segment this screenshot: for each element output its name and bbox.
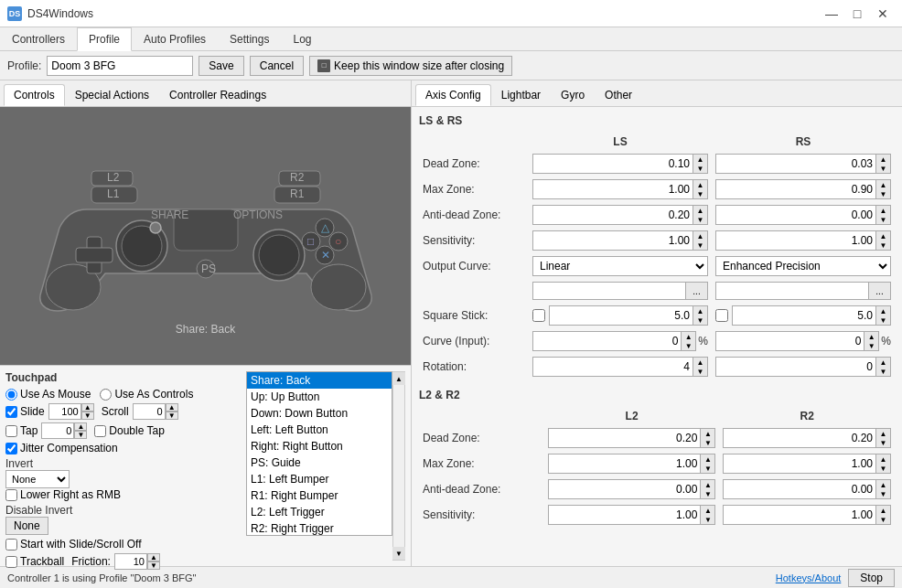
list-item[interactable]: Left: Left Button: [247, 422, 392, 438]
rs-dead-zone-up[interactable]: ▲: [875, 155, 890, 164]
tab-auto-profiles[interactable]: Auto Profiles: [132, 27, 218, 50]
rs-dead-zone-input[interactable]: [716, 155, 875, 173]
tap-up-btn[interactable]: ▲: [74, 422, 87, 431]
l2-anti-dead-up[interactable]: ▲: [700, 480, 714, 489]
l2-sensitivity-down[interactable]: ▼: [700, 515, 714, 524]
ls-square-input[interactable]: [550, 306, 693, 325]
l2-anti-dead-input[interactable]: [549, 480, 701, 498]
use-as-mouse-label[interactable]: Use As Mouse: [5, 388, 91, 401]
slide-up-btn[interactable]: ▲: [81, 403, 94, 412]
tap-input[interactable]: [41, 422, 74, 439]
scroll-down-btn[interactable]: ▼: [166, 412, 178, 420]
jitter-checkbox[interactable]: [5, 443, 17, 454]
l2-dead-zone-down[interactable]: ▼: [700, 438, 714, 447]
rs-curve-up[interactable]: ▲: [864, 332, 878, 341]
ls-sensitivity-down[interactable]: ▼: [693, 241, 707, 250]
list-item[interactable]: Up: Up Button: [247, 389, 392, 405]
ls-sensitivity-input[interactable]: [533, 231, 693, 250]
minimize-button[interactable]: —: [820, 4, 843, 24]
tab-lightbar[interactable]: Lightbar: [491, 84, 551, 106]
rs-extra-input[interactable]: [716, 283, 868, 298]
ls-curve-select[interactable]: Linear Enhanced Precision Quadratic Cubi…: [533, 257, 707, 275]
r2-anti-dead-down[interactable]: ▼: [875, 489, 890, 498]
l2-anti-dead-down[interactable]: ▼: [700, 489, 714, 498]
tab-controller-readings[interactable]: Controller Readings: [159, 84, 276, 106]
save-button[interactable]: Save: [199, 56, 243, 76]
scroll-down-arrow[interactable]: ▼: [392, 547, 405, 560]
rs-square-down[interactable]: ▼: [875, 315, 890, 325]
ls-curve-input-field[interactable]: [533, 332, 681, 350]
list-item[interactable]: L1: Left Bumper: [247, 471, 392, 487]
double-tap-label[interactable]: Double Tap: [94, 424, 165, 437]
r2-dead-zone-input[interactable]: [724, 429, 875, 447]
scroll-up-arrow[interactable]: ▲: [392, 372, 405, 385]
rs-rotation-down[interactable]: ▼: [875, 367, 890, 376]
slide-down-btn[interactable]: ▼: [81, 412, 94, 420]
jitter-label[interactable]: Jitter Compensation: [5, 442, 118, 454]
rs-sensitivity-up[interactable]: ▲: [875, 231, 890, 241]
tab-axis-config[interactable]: Axis Config: [415, 84, 491, 106]
slide-label[interactable]: Slide: [5, 405, 45, 418]
rs-anti-dead-zone-down[interactable]: ▼: [875, 215, 890, 224]
ls-max-zone-down[interactable]: ▼: [693, 189, 707, 198]
tab-controls[interactable]: Controls: [4, 84, 65, 106]
list-item[interactable]: PS: Guide: [247, 454, 392, 471]
stop-button[interactable]: Stop: [848, 569, 895, 587]
lower-right-checkbox[interactable]: [5, 489, 17, 501]
r2-dead-zone-up[interactable]: ▲: [875, 429, 890, 438]
friction-input[interactable]: [114, 553, 147, 570]
ls-dead-zone-input[interactable]: [533, 155, 693, 173]
scroll-up-btn[interactable]: ▲: [166, 403, 178, 412]
scroll-input[interactable]: [133, 403, 166, 420]
r2-anti-dead-up[interactable]: ▲: [875, 480, 890, 489]
list-item[interactable]: L2: Left Trigger: [247, 504, 392, 520]
ls-rotation-up[interactable]: ▲: [693, 358, 707, 367]
l2-sensitivity-up[interactable]: ▲: [700, 506, 714, 515]
rs-square-up[interactable]: ▲: [875, 306, 890, 315]
keep-window-button[interactable]: □ Keep this window size after closing: [309, 56, 512, 76]
rs-anti-dead-zone-input[interactable]: [716, 206, 875, 224]
use-as-mouse-radio[interactable]: [5, 389, 17, 401]
r2-max-zone-input[interactable]: [724, 454, 875, 473]
ls-max-zone-up[interactable]: ▲: [693, 180, 707, 189]
ls-square-down[interactable]: ▼: [693, 315, 707, 325]
start-with-label[interactable]: Start with Slide/Scroll Off: [5, 538, 142, 551]
list-item[interactable]: R1: Right Bumper: [247, 487, 392, 504]
tab-special-actions[interactable]: Special Actions: [65, 84, 159, 106]
invert-select[interactable]: None X Y XY: [5, 470, 70, 488]
l2-dead-zone-up[interactable]: ▲: [700, 429, 714, 438]
ls-dead-zone-up[interactable]: ▲: [693, 155, 707, 164]
rs-square-input[interactable]: [733, 306, 875, 325]
double-tap-checkbox[interactable]: [94, 425, 106, 437]
ls-max-zone-input[interactable]: [533, 180, 693, 198]
rs-max-zone-up[interactable]: ▲: [875, 180, 890, 189]
l2-sensitivity-input[interactable]: [549, 506, 701, 524]
tab-other[interactable]: Other: [595, 84, 642, 106]
slide-checkbox[interactable]: [5, 406, 17, 418]
tab-gyro[interactable]: Gyro: [551, 84, 595, 106]
r2-anti-dead-input[interactable]: [724, 480, 875, 498]
ls-extra-btn[interactable]: ...: [685, 283, 707, 299]
maximize-button[interactable]: □: [845, 4, 869, 24]
rs-dead-zone-down[interactable]: ▼: [875, 164, 890, 173]
ls-extra-input[interactable]: [533, 283, 685, 298]
close-button[interactable]: ✕: [871, 4, 895, 24]
ls-anti-dead-zone-input[interactable]: [533, 206, 693, 224]
ls-rotation-input[interactable]: [533, 358, 693, 376]
r2-max-zone-down[interactable]: ▼: [875, 464, 890, 473]
profile-name-input[interactable]: [47, 56, 193, 76]
none-button[interactable]: None: [5, 517, 48, 535]
rs-extra-btn[interactable]: ...: [868, 283, 890, 299]
scroll-label[interactable]: Scroll: [102, 405, 129, 418]
use-as-controls-radio[interactable]: [100, 389, 112, 401]
ls-dead-zone-down[interactable]: ▼: [693, 164, 707, 173]
friction-up-btn[interactable]: ▲: [147, 553, 160, 561]
tap-down-btn[interactable]: ▼: [74, 431, 87, 439]
rs-square-checkbox[interactable]: [715, 309, 728, 322]
rs-sensitivity-down[interactable]: ▼: [875, 241, 890, 250]
rs-curve-input-field[interactable]: [716, 332, 864, 350]
ls-square-up[interactable]: ▲: [693, 306, 707, 315]
tab-profile[interactable]: Profile: [77, 27, 132, 51]
ls-sensitivity-up[interactable]: ▲: [693, 231, 707, 241]
lower-right-label[interactable]: Lower Right as RMB: [5, 488, 121, 501]
